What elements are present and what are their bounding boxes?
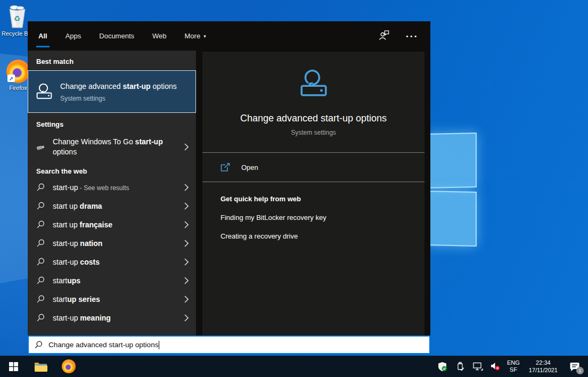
section-label-settings: Settings	[28, 120, 196, 131]
help-link[interactable]: Finding my BitLocker recovery key	[220, 214, 424, 222]
results-panel: Best match Change advanced start-up opti…	[28, 51, 196, 335]
firefox-icon	[62, 359, 76, 373]
start-button[interactable]	[1, 356, 26, 377]
chevron-right-icon[interactable]	[184, 240, 189, 247]
web-suggestion[interactable]: start-up costs	[28, 252, 196, 271]
time: 22:34	[529, 359, 558, 366]
web-suggestion[interactable]: startup series	[28, 290, 196, 308]
open-label: Open	[241, 163, 258, 171]
search-flyout: All Apps Documents Web More ▾ ••• Best m…	[28, 21, 430, 354]
safely-remove-hardware-icon[interactable]	[454, 358, 466, 374]
search-icon	[36, 313, 45, 322]
chevron-right-icon[interactable]	[184, 221, 189, 228]
web-suggestion[interactable]: start-up meaning	[28, 308, 196, 327]
notification-badge: 1	[576, 367, 584, 374]
tab-web[interactable]: Web	[152, 21, 167, 51]
chevron-down-icon: ▾	[203, 34, 206, 39]
web-suggestion[interactable]: start up drama	[28, 196, 196, 215]
chevron-right-icon[interactable]	[184, 143, 189, 151]
web-suggestion[interactable]: start-up - See web results	[28, 178, 196, 196]
firefox-button[interactable]	[56, 356, 81, 377]
chevron-right-icon[interactable]	[184, 277, 189, 284]
section-label-search-the-web: Search the web	[28, 167, 196, 178]
language-indicator[interactable]: ENG SF	[507, 359, 520, 373]
chevron-right-icon[interactable]	[184, 202, 189, 210]
shortcut-arrow-icon: ➚	[7, 75, 15, 82]
tab-more[interactable]: More ▾	[185, 21, 206, 51]
wallpaper-logo-pane-top	[426, 133, 477, 188]
action-center-button[interactable]: 1	[569, 358, 581, 374]
file-explorer-icon	[34, 361, 48, 372]
chevron-right-icon[interactable]	[184, 314, 189, 322]
search-query-text: Change advanced start-up options	[48, 341, 158, 349]
windows-security-icon[interactable]	[437, 358, 448, 374]
volume-muted-icon[interactable]	[489, 358, 501, 374]
search-icon	[36, 257, 45, 266]
taskbar: ENG SF 22:34 17/11/2021 1	[0, 356, 588, 377]
panel-gap	[196, 51, 202, 335]
help-heading: Get quick help from web	[220, 195, 424, 203]
recycle-glyph: ♻	[14, 14, 21, 23]
file-explorer-button[interactable]	[29, 356, 53, 377]
advanced-startup-icon-large	[202, 69, 424, 100]
tab-apps[interactable]: Apps	[66, 21, 81, 51]
feedback-icon[interactable]	[378, 30, 390, 43]
search-icon	[36, 239, 45, 248]
system-tray: ENG SF 22:34 17/11/2021 1	[437, 358, 588, 374]
search-icon	[36, 294, 45, 304]
web-suggestion[interactable]: startups	[28, 271, 196, 290]
chevron-right-icon[interactable]	[184, 258, 189, 266]
open-action[interactable]: Open	[202, 153, 424, 182]
settings-result[interactable]: Change Windows To Go start-up options	[28, 133, 196, 161]
language-code: ENG	[507, 359, 520, 366]
preview-panel: Change advanced start-up options System …	[202, 52, 424, 335]
best-match-title: Change advanced start-up options	[60, 81, 186, 92]
search-icon	[34, 340, 43, 349]
date: 17/11/2021	[529, 366, 558, 374]
more-options-icon[interactable]: •••	[406, 33, 419, 39]
web-suggestion[interactable]: start up française	[28, 215, 196, 234]
text-caret	[159, 341, 159, 349]
search-filter-tabs: All Apps Documents Web More ▾ •••	[28, 21, 430, 51]
search-icon	[36, 183, 45, 192]
keyboard-layout: SF	[507, 366, 520, 373]
search-input[interactable]: Change advanced start-up options	[28, 335, 430, 354]
settings-result-title: Change Windows To Go start-up options	[53, 137, 176, 157]
taskbar-clock[interactable]: 22:34 17/11/2021	[526, 359, 561, 374]
section-label-best-match: Best match	[28, 58, 196, 68]
search-icon	[36, 220, 45, 229]
network-icon[interactable]	[472, 358, 484, 374]
recycle-bin-icon: ♻	[7, 4, 27, 29]
best-match-result[interactable]: Change advanced start-up options System …	[28, 70, 196, 113]
windows-logo-icon	[9, 362, 18, 371]
best-match-subtitle: System settings	[60, 95, 186, 102]
chevron-right-icon[interactable]	[184, 296, 189, 303]
advanced-startup-icon	[35, 83, 53, 100]
web-suggestion[interactable]: start-up nation	[28, 234, 196, 252]
open-external-icon	[220, 163, 231, 172]
search-icon	[36, 276, 45, 285]
windows-to-go-icon	[36, 143, 45, 151]
tab-all[interactable]: All	[38, 21, 47, 51]
chevron-right-icon[interactable]	[184, 184, 189, 191]
preview-title: Change advanced start-up options	[202, 113, 424, 124]
help-link[interactable]: Creating a recovery drive	[220, 232, 424, 240]
preview-subtitle: System settings	[202, 129, 424, 136]
wallpaper-logo-pane-bottom	[426, 191, 477, 247]
search-icon	[36, 201, 45, 210]
tab-documents[interactable]: Documents	[99, 21, 134, 51]
